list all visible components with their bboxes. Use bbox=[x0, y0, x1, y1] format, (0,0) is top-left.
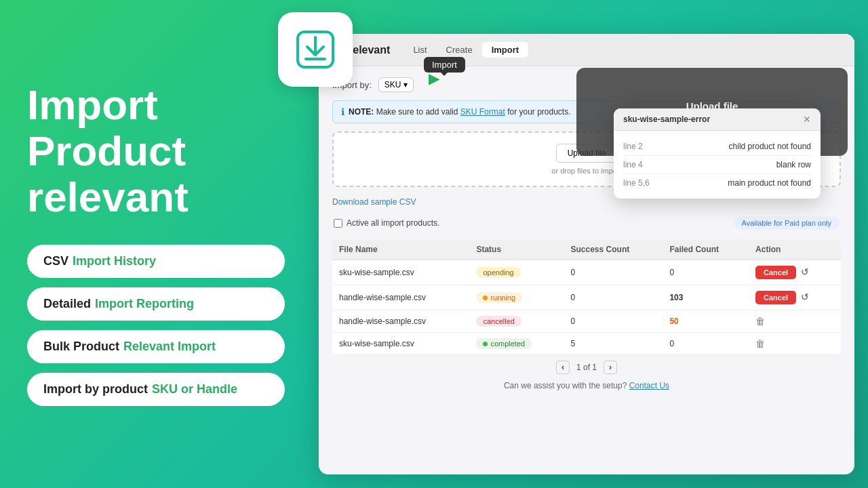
import-table: File Name Status Success Count Failed Co… bbox=[332, 239, 841, 355]
col-filename: File Name bbox=[332, 239, 469, 260]
cell-action: 🗑 bbox=[749, 310, 841, 333]
error-message: main product not found bbox=[728, 178, 811, 188]
error-modal-body: line 2 child product not found line 4 bl… bbox=[614, 131, 821, 199]
cell-filename: sku-wise-sample.csv bbox=[332, 260, 469, 285]
app-icon bbox=[278, 12, 353, 87]
cell-action: Cancel ↺ bbox=[749, 285, 841, 310]
cell-status: opending bbox=[469, 260, 564, 285]
col-success: Success Count bbox=[564, 239, 663, 260]
upload-hint: or drop files to import bbox=[551, 167, 621, 175]
feature-prefix: CSV bbox=[43, 254, 68, 268]
status-badge-completed: completed bbox=[476, 338, 532, 349]
table-row: sku-wise-sample.csv completed 5 0 🗑 bbox=[332, 333, 841, 355]
active-row: Active all import products. Available fo… bbox=[332, 216, 841, 230]
cell-success: 0 bbox=[564, 260, 663, 285]
error-modal-title: sku-wise-sample-error bbox=[623, 115, 710, 124]
download-box-icon bbox=[295, 29, 336, 70]
note-bold: NOTE: bbox=[349, 107, 374, 117]
note-end: for your products. bbox=[507, 107, 570, 117]
cell-failed: 50 bbox=[663, 310, 749, 333]
cancel-button[interactable]: Cancel bbox=[755, 266, 796, 279]
refresh-icon[interactable]: ↺ bbox=[801, 266, 809, 277]
feature-suffix: Import Reporting bbox=[95, 297, 194, 311]
cell-filename: handle-wise-sample.csv bbox=[332, 285, 469, 310]
refresh-icon[interactable]: ↺ bbox=[801, 291, 809, 302]
dot-green-icon bbox=[483, 342, 488, 346]
dot-orange-icon bbox=[483, 296, 488, 300]
main-title: ImportProductrelevant bbox=[27, 82, 285, 221]
cell-filename: sku-wise-sample.csv bbox=[332, 333, 469, 355]
active-all-checkbox[interactable] bbox=[334, 219, 342, 228]
page-info: 1 of 1 bbox=[576, 363, 597, 372]
feature-prefix: Detailed bbox=[43, 297, 91, 311]
feature-bulk-import: Bulk Product Relevant Import bbox=[27, 330, 285, 363]
close-icon[interactable]: ✕ bbox=[803, 114, 811, 125]
info-icon: ℹ bbox=[341, 106, 344, 117]
feature-suffix: Import History bbox=[73, 254, 156, 268]
feature-detailed-reporting: Detailed Import Reporting bbox=[27, 287, 285, 321]
error-line: line 2 bbox=[623, 142, 643, 151]
left-panel: ImportProductrelevant CSV Import History… bbox=[0, 0, 312, 488]
error-message: blank row bbox=[776, 160, 811, 169]
error-modal-header: sku-wise-sample-error ✕ bbox=[614, 108, 821, 131]
assist-label: Can we assist you with the setup? bbox=[504, 381, 627, 390]
window-header: ct Relevant List Create Import bbox=[319, 34, 854, 66]
feature-suffix: Relevant Import bbox=[123, 340, 216, 354]
cell-success: 0 bbox=[564, 310, 663, 333]
chevron-down-icon: ▾ bbox=[403, 80, 408, 89]
sku-select[interactable]: SKU ▾ bbox=[378, 77, 414, 92]
sku-value: SKU bbox=[384, 80, 401, 89]
feature-prefix: Import by product bbox=[43, 382, 148, 396]
cell-failed: 0 bbox=[663, 260, 749, 285]
cancel-button[interactable]: Cancel bbox=[755, 291, 796, 304]
cursor-arrow: ▶ bbox=[429, 70, 439, 87]
table-row: handle-wise-sample.csv running 0 103 Can… bbox=[332, 285, 841, 310]
table-row: sku-wise-sample.csv opending 0 0 Cancel … bbox=[332, 260, 841, 285]
col-status: Status bbox=[469, 239, 564, 260]
cell-status: completed bbox=[469, 333, 564, 355]
cell-success: 0 bbox=[564, 285, 663, 310]
status-badge-cancelled: cancelled bbox=[476, 316, 521, 327]
delete-icon[interactable]: 🗑 bbox=[755, 316, 765, 327]
col-action: Action bbox=[749, 239, 841, 260]
error-line: line 5,6 bbox=[623, 178, 650, 188]
cell-status: cancelled bbox=[469, 310, 564, 333]
tab-list[interactable]: List bbox=[403, 42, 436, 58]
error-line: line 4 bbox=[623, 160, 643, 169]
prev-page-button[interactable]: ‹ bbox=[556, 361, 570, 374]
download-sample-link[interactable]: Download sample CSV bbox=[332, 197, 416, 207]
cell-action: Cancel ↺ bbox=[749, 260, 841, 285]
active-checkbox-row: Active all import products. bbox=[334, 218, 439, 228]
cell-failed: 0 bbox=[663, 333, 749, 355]
feature-suffix: SKU or Handle bbox=[152, 382, 237, 396]
cell-status: running bbox=[469, 285, 564, 310]
paid-plan-badge: Available for Paid plan only bbox=[734, 216, 840, 230]
next-page-button[interactable]: › bbox=[604, 361, 617, 374]
error-row: line 2 child product not found bbox=[623, 138, 811, 156]
col-failed: Failed Count bbox=[663, 239, 749, 260]
pagination: ‹ 1 of 1 › bbox=[332, 355, 841, 377]
error-modal: sku-wise-sample-error ✕ line 2 child pro… bbox=[614, 108, 821, 199]
cell-success: 5 bbox=[564, 333, 663, 355]
tab-create[interactable]: Create bbox=[437, 42, 482, 58]
nav-tabs: List Create Import bbox=[403, 42, 528, 58]
sku-format-link[interactable]: SKU Format bbox=[460, 107, 505, 117]
cell-failed: 103 bbox=[663, 285, 749, 310]
status-badge-running: running bbox=[476, 292, 522, 303]
cell-action: 🗑 bbox=[749, 333, 841, 355]
error-message: child product not found bbox=[729, 142, 811, 151]
feature-list: CSV Import History Detailed Import Repor… bbox=[27, 245, 285, 406]
contact-link[interactable]: Contact Us bbox=[629, 381, 669, 390]
feature-csv-history: CSV Import History bbox=[27, 245, 285, 278]
error-row: line 4 blank row bbox=[623, 156, 811, 174]
assist-text: Can we assist you with the setup? Contac… bbox=[332, 377, 841, 390]
table-row: handle-wise-sample.csv cancelled 0 50 🗑 bbox=[332, 310, 841, 333]
feature-prefix: Bulk Product bbox=[43, 340, 119, 354]
cell-filename: handle-wise-sample.csv bbox=[332, 310, 469, 333]
feature-sku-handle: Import by product SKU or Handle bbox=[27, 373, 285, 406]
tab-import[interactable]: Import bbox=[482, 42, 528, 58]
status-badge-pending: opending bbox=[476, 267, 520, 278]
delete-icon[interactable]: 🗑 bbox=[755, 338, 765, 349]
active-label: Active all import products. bbox=[347, 218, 439, 228]
error-row: line 5,6 main product not found bbox=[623, 174, 811, 192]
